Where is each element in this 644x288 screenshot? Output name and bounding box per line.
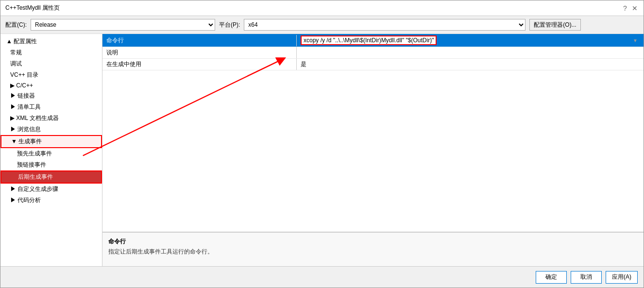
description-panel: 命令行 指定让后期生成事件工具运行的命令行。: [102, 232, 644, 266]
sidebar-item-browse[interactable]: ▶ 浏览信息: [0, 124, 102, 135]
sidebar-item-build-events[interactable]: ▼ 生成事件: [0, 135, 102, 148]
sidebar-item-post-build[interactable]: 后期生成事件: [0, 170, 102, 184]
highlighted-value: xcopy /y /d "..\..\Mydll\$(IntDir)Mydll.…: [301, 35, 437, 45]
dropdown-arrow[interactable]: ▼: [631, 38, 640, 43]
sidebar-item-general[interactable]: 常规: [0, 47, 102, 58]
description-title: 命令行: [108, 237, 638, 246]
platform-select[interactable]: x64: [244, 19, 525, 31]
description-text: 指定让后期生成事件工具运行的命令行。: [108, 248, 638, 256]
sidebar-item-config-props[interactable]: ▲ 配置属性: [0, 36, 102, 47]
prop-row-cmdline[interactable]: 命令行xcopy /y /d "..\..\Mydll\$(IntDir)Myd…: [102, 34, 644, 47]
properties-dialog: C++TestMydll 属性页 ? ✕ 配置(C): Release 平台(P…: [0, 0, 644, 288]
prop-value-cmdline: xcopy /y /d "..\..\Mydll\$(IntDir)Mydll.…: [297, 34, 644, 47]
config-label: 配置(C):: [5, 21, 27, 29]
value-text-use-in-build: 是: [301, 60, 306, 68]
prop-value-use-in-build: 是: [297, 59, 644, 70]
close-button[interactable]: ✕: [631, 4, 639, 12]
config-select[interactable]: Release: [31, 19, 215, 31]
platform-label: 平台(P):: [219, 21, 240, 29]
sidebar-item-xml[interactable]: ▶ XML 文档生成器: [0, 113, 102, 124]
sidebar-item-custom-build[interactable]: ▶ 自定义生成步骤: [0, 184, 102, 195]
sidebar-item-linker[interactable]: ▶ 链接器: [0, 90, 102, 102]
prop-row-use-in-build[interactable]: 在生成中使用是: [102, 59, 644, 70]
prop-row-description[interactable]: 说明: [102, 47, 644, 59]
sidebar-item-cpp[interactable]: ▶ C/C++: [0, 81, 102, 90]
prop-name-cmdline: 命令行: [102, 35, 297, 46]
footer: 确定 取消 应用(A): [0, 266, 644, 288]
title-bar: C++TestMydll 属性页 ? ✕: [0, 0, 644, 16]
sidebar-item-debug[interactable]: 调试: [0, 58, 102, 69]
toolbar: 配置(C): Release 平台(P): x64 配置管理器(O)...: [0, 16, 644, 34]
prop-name-description: 说明: [102, 47, 297, 58]
sidebar-item-code-analysis[interactable]: ▶ 代码分析: [0, 195, 102, 206]
prop-name-use-in-build: 在生成中使用: [102, 59, 297, 70]
main-panel: 命令行xcopy /y /d "..\..\Mydll\$(IntDir)Myd…: [102, 34, 644, 266]
sidebar-item-manifest[interactable]: ▶ 清单工具: [0, 102, 102, 113]
dialog-title: C++TestMydll 属性页: [5, 4, 60, 12]
help-button[interactable]: ?: [621, 4, 629, 12]
title-controls: ? ✕: [621, 4, 639, 12]
manage-config-button[interactable]: 配置管理器(O)...: [529, 19, 580, 31]
cancel-button[interactable]: 取消: [571, 271, 602, 284]
content-area: ▲ 配置属性常规调试VC++ 目录▶ C/C++▶ 链接器▶ 清单工具▶ XML…: [0, 34, 644, 266]
sidebar: ▲ 配置属性常规调试VC++ 目录▶ C/C++▶ 链接器▶ 清单工具▶ XML…: [0, 34, 102, 266]
sidebar-item-pre-build[interactable]: 预先生成事件: [0, 148, 102, 159]
ok-button[interactable]: 确定: [536, 271, 567, 284]
sidebar-item-pre-link[interactable]: 预链接事件: [0, 159, 102, 170]
properties-table: 命令行xcopy /y /d "..\..\Mydll\$(IntDir)Myd…: [102, 34, 644, 232]
apply-button[interactable]: 应用(A): [606, 271, 638, 284]
prop-value-description: [297, 51, 644, 54]
sidebar-item-vc-dirs[interactable]: VC++ 目录: [0, 69, 102, 81]
